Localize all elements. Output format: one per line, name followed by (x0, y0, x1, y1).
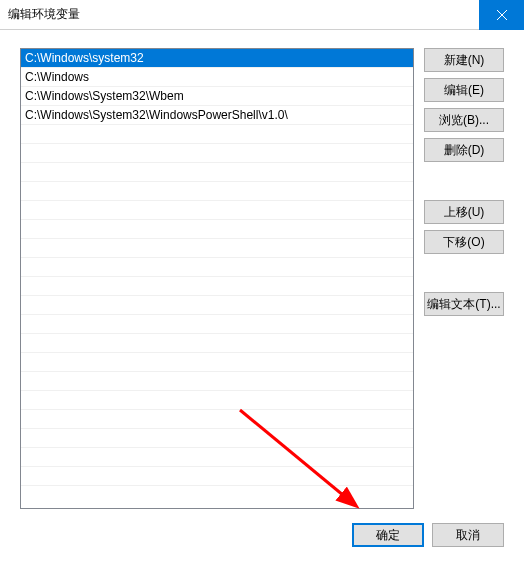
list-item (21, 391, 413, 410)
dialog-content: C:\Windows\system32C:\WindowsC:\Windows\… (0, 30, 524, 561)
list-item (21, 125, 413, 144)
list-item (21, 372, 413, 391)
list-item[interactable]: C:\Windows (21, 68, 413, 87)
edit-button[interactable]: 编辑(E) (424, 78, 504, 102)
list-item (21, 144, 413, 163)
list-item (21, 410, 413, 429)
delete-button[interactable]: 删除(D) (424, 138, 504, 162)
move-up-button[interactable]: 上移(U) (424, 200, 504, 224)
list-item (21, 201, 413, 220)
list-item (21, 220, 413, 239)
list-item[interactable]: C:\Windows\system32 (21, 49, 413, 68)
list-item (21, 448, 413, 467)
list-item (21, 239, 413, 258)
list-item (21, 277, 413, 296)
main-row: C:\Windows\system32C:\WindowsC:\Windows\… (20, 48, 504, 509)
list-item (21, 467, 413, 486)
new-button[interactable]: 新建(N) (424, 48, 504, 72)
edit-text-button[interactable]: 编辑文本(T)... (424, 292, 504, 316)
list-item (21, 429, 413, 448)
list-item (21, 182, 413, 201)
browse-button[interactable]: 浏览(B)... (424, 108, 504, 132)
list-item[interactable]: C:\Windows\System32\Wbem (21, 87, 413, 106)
titlebar: 编辑环境变量 (0, 0, 524, 30)
list-item (21, 163, 413, 182)
close-button[interactable] (479, 0, 524, 30)
sidebar-buttons: 新建(N) 编辑(E) 浏览(B)... 删除(D) 上移(U) 下移(O) 编… (424, 48, 504, 509)
list-inner: C:\Windows\system32C:\WindowsC:\Windows\… (21, 49, 413, 508)
list-item (21, 296, 413, 315)
spacer (424, 260, 504, 286)
ok-button[interactable]: 确定 (352, 523, 424, 547)
list-item (21, 315, 413, 334)
list-item (21, 258, 413, 277)
dialog-footer: 确定 取消 (20, 519, 504, 547)
list-item[interactable]: C:\Windows\System32\WindowsPowerShell\v1… (21, 106, 413, 125)
list-item (21, 334, 413, 353)
spacer (424, 168, 504, 194)
path-listbox[interactable]: C:\Windows\system32C:\WindowsC:\Windows\… (20, 48, 414, 509)
window-title: 编辑环境变量 (8, 6, 80, 23)
close-icon (497, 10, 507, 20)
move-down-button[interactable]: 下移(O) (424, 230, 504, 254)
cancel-button[interactable]: 取消 (432, 523, 504, 547)
list-item (21, 353, 413, 372)
